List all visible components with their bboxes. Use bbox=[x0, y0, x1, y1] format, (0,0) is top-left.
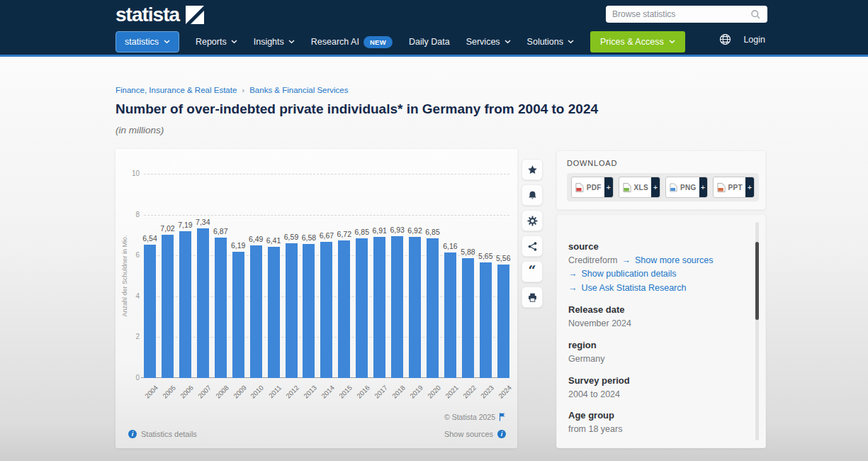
plus-icon: + bbox=[651, 177, 660, 197]
nav-services[interactable]: Services bbox=[466, 37, 511, 47]
statistics-details-label: Statistics details bbox=[141, 430, 197, 438]
bar[interactable]: 7,34 bbox=[197, 228, 209, 378]
nav-prices-access-button[interactable]: Prices & Access bbox=[590, 31, 685, 52]
bar[interactable]: 6,54 bbox=[144, 245, 156, 378]
arrow-right-icon: → bbox=[621, 254, 631, 267]
y-tick-label: 2 bbox=[121, 333, 140, 340]
bell-icon bbox=[527, 190, 538, 201]
arrow-right-icon: → bbox=[568, 267, 577, 281]
bar-value-label: 5,56 bbox=[496, 254, 510, 262]
bar[interactable]: 6,85 bbox=[427, 238, 439, 378]
download-ppt-button[interactable]: PPT+ bbox=[713, 177, 755, 198]
bar[interactable]: 6,87 bbox=[215, 238, 227, 378]
scrollbar-track[interactable] bbox=[755, 222, 759, 440]
x-tick: 2010 bbox=[250, 380, 262, 404]
x-tick-label: 2019 bbox=[408, 384, 424, 400]
main-nav: statistics Reports Insights Research AI … bbox=[115, 31, 685, 52]
bar[interactable]: 6,59 bbox=[286, 243, 298, 378]
flag-icon[interactable] bbox=[499, 413, 506, 421]
copyright-text: © Statista 2025 bbox=[444, 413, 495, 421]
nav-reports[interactable]: Reports bbox=[196, 37, 237, 47]
chevron-down-icon bbox=[231, 40, 237, 44]
download-xls-button[interactable]: XLS+ bbox=[619, 177, 661, 198]
bars: 6,547,027,197,346,876,196,496,416,596,58… bbox=[144, 174, 509, 378]
show-publication-details-link[interactable]: Show publication details bbox=[582, 267, 677, 281]
bar-value-label: 6,16 bbox=[443, 242, 457, 250]
bar[interactable]: 6,85 bbox=[356, 238, 368, 378]
bar-value-label: 6,54 bbox=[142, 234, 157, 243]
x-tick-label: 2010 bbox=[249, 384, 266, 400]
nav-daily-data[interactable]: Daily Data bbox=[409, 37, 450, 47]
bar[interactable]: 5,88 bbox=[462, 258, 474, 378]
nav-statistics-button[interactable]: statistics bbox=[115, 31, 179, 52]
nav-insights[interactable]: Insights bbox=[254, 37, 295, 47]
bar[interactable]: 6,49 bbox=[250, 245, 262, 378]
statista-logo[interactable]: statista bbox=[115, 4, 205, 26]
show-more-sources-link[interactable]: Show more sources bbox=[635, 254, 713, 267]
bar[interactable]: 7,19 bbox=[179, 231, 191, 378]
breadcrumb-item-finance[interactable]: Finance, Insurance & Real Estate bbox=[115, 86, 237, 94]
bar[interactable]: 6,16 bbox=[444, 252, 456, 378]
x-tick: 2006 bbox=[179, 380, 191, 404]
breadcrumb-separator: › bbox=[242, 86, 244, 94]
show-sources-link[interactable]: Show sources i bbox=[444, 430, 506, 438]
bar-value-label: 6,19 bbox=[231, 241, 245, 250]
bar-value-label: 6,91 bbox=[372, 226, 386, 235]
breadcrumb-item-banks[interactable]: Banks & Financial Services bbox=[249, 86, 348, 94]
x-tick: 2018 bbox=[391, 380, 403, 404]
login-link[interactable]: Login bbox=[743, 35, 765, 45]
x-tick-label: 2008 bbox=[214, 384, 230, 400]
download-png-button[interactable]: PNG+ bbox=[665, 177, 708, 198]
publication-details-line: → Show publication details bbox=[568, 267, 744, 281]
bar[interactable]: 6,72 bbox=[338, 240, 350, 378]
x-tick: 2004 bbox=[144, 380, 156, 404]
download-title: DOWNLOAD bbox=[567, 159, 759, 167]
x-tick-label: 2017 bbox=[373, 384, 389, 400]
nav-solutions[interactable]: Solutions bbox=[527, 37, 574, 47]
nav-research-ai[interactable]: Research AI NEW bbox=[311, 36, 393, 48]
bar[interactable]: 5,56 bbox=[497, 265, 509, 378]
download-pdf-button[interactable]: PDF+ bbox=[571, 177, 614, 198]
bar[interactable]: 6,19 bbox=[232, 252, 244, 378]
x-tick: 2017 bbox=[373, 380, 385, 404]
statistics-details-link[interactable]: i Statistics details bbox=[128, 430, 197, 438]
bar[interactable]: 6,67 bbox=[320, 242, 332, 378]
x-tick-label: 2004 bbox=[143, 384, 159, 400]
bar[interactable]: 5,65 bbox=[480, 262, 492, 378]
bar-value-label: 6,85 bbox=[425, 228, 439, 236]
use-ask-statista-research-link[interactable]: Use Ask Statista Research bbox=[582, 282, 687, 295]
x-tick-label: 2005 bbox=[161, 384, 177, 400]
page-subtitle: (in millions) bbox=[115, 125, 164, 135]
x-tick-label: 2024 bbox=[497, 384, 513, 400]
bar[interactable]: 7,02 bbox=[162, 235, 174, 378]
share-icon bbox=[527, 241, 538, 252]
release-date-value: November 2024 bbox=[568, 317, 744, 331]
bar-value-label: 5,65 bbox=[478, 252, 492, 260]
settings-button[interactable] bbox=[522, 210, 543, 231]
cite-button[interactable]: “ bbox=[522, 261, 543, 282]
notifications-button[interactable] bbox=[522, 184, 543, 206]
bar-value-label: 6,59 bbox=[284, 233, 298, 241]
nav-label: Reports bbox=[196, 37, 227, 47]
bar-value-label: 6,87 bbox=[213, 227, 227, 235]
bar[interactable]: 6,93 bbox=[391, 236, 403, 378]
region-value: Germany bbox=[568, 352, 744, 366]
region-label: region bbox=[568, 340, 744, 350]
bar-value-label: 6,49 bbox=[249, 235, 263, 243]
x-tick: 2022 bbox=[462, 380, 474, 404]
globe-icon[interactable] bbox=[719, 33, 731, 45]
search-input[interactable] bbox=[612, 9, 746, 19]
file-pdf-icon bbox=[575, 182, 584, 193]
print-button[interactable] bbox=[522, 287, 543, 308]
bar[interactable]: 6,58 bbox=[303, 244, 315, 379]
bar[interactable]: 6,91 bbox=[373, 237, 385, 378]
bar[interactable]: 6,41 bbox=[268, 247, 280, 378]
chevron-down-icon bbox=[164, 40, 170, 44]
plus-icon: + bbox=[745, 177, 754, 197]
share-button[interactable] bbox=[522, 235, 543, 257]
x-tick-label: 2018 bbox=[390, 384, 407, 400]
scrollbar-thumb[interactable] bbox=[755, 242, 759, 320]
nav-label: Daily Data bbox=[409, 37, 450, 47]
bar[interactable]: 6,92 bbox=[409, 237, 421, 378]
favorite-button[interactable] bbox=[522, 159, 543, 180]
